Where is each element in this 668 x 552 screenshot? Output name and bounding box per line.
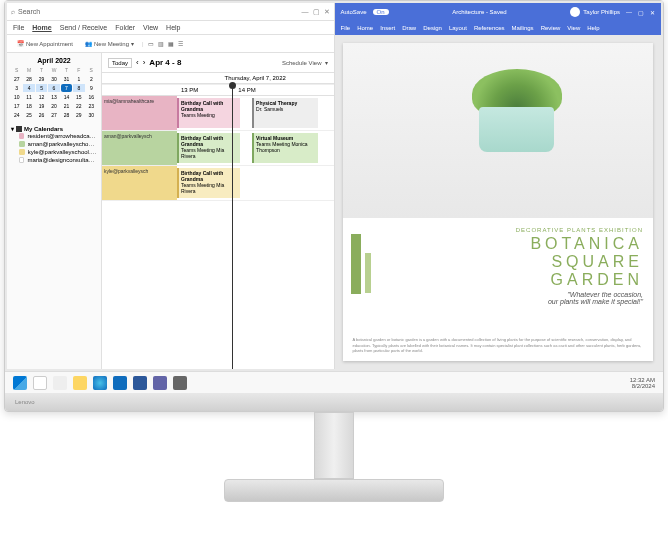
- date-range: Apr 4 - 8: [149, 58, 181, 67]
- outlook-icon[interactable]: [113, 376, 127, 390]
- autosave-toggle[interactable]: On: [373, 9, 389, 15]
- mini-calendar[interactable]: SMTWTFS272829303112345678910111213141516…: [11, 66, 97, 119]
- menu-file[interactable]: File: [13, 24, 24, 31]
- close-button[interactable]: ✕: [324, 8, 330, 16]
- teams-icon[interactable]: [153, 376, 167, 390]
- body-text: A botanical garden or botanic garden is …: [353, 337, 644, 353]
- ribbon-tab-help[interactable]: Help: [587, 25, 599, 31]
- week-view-icon[interactable]: ▥: [158, 40, 164, 47]
- new-meeting-button[interactable]: 👥 New Meeting ▾: [81, 38, 138, 49]
- ribbon-tab-draw[interactable]: Draw: [402, 25, 416, 31]
- schedule-view-label[interactable]: Schedule View: [282, 60, 322, 66]
- schedule-grid: Thursday, April 7, 2022 13 PM14 PM mia@l…: [102, 73, 334, 369]
- windows-taskbar: 12:32 AM 8/2/2024: [5, 371, 663, 393]
- calendar-list: ▾ My Calendars resident@arrowheadcare.co…: [11, 125, 97, 164]
- store-icon[interactable]: [173, 376, 187, 390]
- search-placeholder: Search: [18, 8, 40, 15]
- schedule-row: mia@lamnahealthcareBirthday Call with Gr…: [102, 96, 334, 131]
- avatar: [570, 7, 580, 17]
- schedule-row: aman@parkvalleyschBirthday Call with Gra…: [102, 131, 334, 166]
- calendar-event[interactable]: Physical TherapyDr. Samuels: [252, 98, 318, 128]
- ribbon-tab-review[interactable]: Review: [541, 25, 561, 31]
- calendar-event[interactable]: Virtual MuseumTeams Meeting Monica Thomp…: [252, 133, 318, 163]
- outlook-toolbar: 📅 New Appointment 👥 New Meeting ▾ | ▭ ▥ …: [7, 35, 334, 53]
- calendar-event[interactable]: Birthday Call with GrandmaTeams Meeting: [177, 98, 240, 128]
- search-icon[interactable]: [33, 376, 47, 390]
- current-time-line: [232, 85, 233, 369]
- doc-name[interactable]: Architecture - Saved: [395, 9, 565, 15]
- calendar-item[interactable]: aman@parkvalleyschool.edu: [11, 140, 97, 148]
- menu-sendreceive[interactable]: Send / Receive: [60, 24, 107, 31]
- chevron-down-icon: ▾: [325, 59, 328, 66]
- menu-view[interactable]: View: [143, 24, 158, 31]
- ribbon-tab-view[interactable]: View: [567, 25, 580, 31]
- schedule-view-icon[interactable]: ☰: [178, 40, 183, 47]
- word-ribbon: FileHomeInsertDrawDesignLayoutReferences…: [335, 21, 662, 35]
- menu-folder[interactable]: Folder: [115, 24, 135, 31]
- document-page[interactable]: DECORATIVE PLANTS EXHIBITION BOTANICASQU…: [343, 43, 654, 361]
- outlook-sidebar: April 2022 SMTWTFS2728293031123456789101…: [7, 53, 102, 369]
- outlook-menu: FileHomeSend / ReceiveFolderViewHelp: [7, 21, 334, 35]
- monitor-stand: [294, 412, 374, 502]
- calendar-event[interactable]: Birthday Call with GrandmaTeams Meeting …: [177, 133, 240, 163]
- maximize-button[interactable]: ▢: [638, 9, 644, 16]
- screen: ⌕ Search — ▢ ✕ FileHomeSend / ReceiveFol…: [5, 1, 663, 371]
- explorer-icon[interactable]: [73, 376, 87, 390]
- attendee-label[interactable]: kyle@parkvalleysch: [102, 166, 177, 200]
- task-view-icon[interactable]: [53, 376, 67, 390]
- accent-bar: [351, 234, 361, 294]
- user-account[interactable]: Taylor Phillips: [570, 7, 620, 17]
- monitor-bezel: Lenovo: [5, 393, 663, 411]
- today-button[interactable]: Today: [108, 58, 132, 68]
- outlook-main: Today ‹ › Apr 4 - 8 Schedule View ▾: [102, 53, 334, 369]
- calendar-item[interactable]: resident@arrowheadcare.com: [11, 132, 97, 140]
- minimize-button[interactable]: —: [302, 8, 309, 16]
- close-button[interactable]: ✕: [650, 9, 655, 16]
- ribbon-tab-file[interactable]: File: [341, 25, 351, 31]
- chevron-down-icon: ▾: [11, 125, 14, 132]
- monitor: ⌕ Search — ▢ ✕ FileHomeSend / ReceiveFol…: [4, 0, 664, 412]
- ribbon-tab-mailings[interactable]: Mailings: [512, 25, 534, 31]
- accent-bar-2: [365, 253, 371, 293]
- ribbon-tab-insert[interactable]: Insert: [380, 25, 395, 31]
- maximize-button[interactable]: ▢: [313, 8, 320, 16]
- system-tray-clock[interactable]: 12:32 AM 8/2/2024: [630, 377, 655, 389]
- menu-help[interactable]: Help: [166, 24, 180, 31]
- prev-button[interactable]: ‹: [136, 58, 139, 67]
- ribbon-tab-layout[interactable]: Layout: [449, 25, 467, 31]
- attendee-label[interactable]: aman@parkvalleysch: [102, 131, 177, 165]
- minimize-button[interactable]: —: [626, 9, 632, 15]
- ribbon-tab-home[interactable]: Home: [357, 25, 373, 31]
- my-calendars-header[interactable]: ▾ My Calendars: [11, 125, 97, 132]
- attendee-label[interactable]: mia@lamnahealthcare: [102, 96, 177, 130]
- brand-logo: Lenovo: [15, 399, 35, 405]
- calendar-event[interactable]: Birthday Call with GrandmaTeams Meeting …: [177, 168, 240, 198]
- word-canvas: DECORATIVE PLANTS EXHIBITION BOTANICASQU…: [335, 35, 662, 369]
- calendar-item[interactable]: maria@designconsultants.com: [11, 156, 97, 164]
- menu-home[interactable]: Home: [32, 24, 51, 31]
- date-nav: Today ‹ › Apr 4 - 8 Schedule View ▾: [102, 53, 334, 73]
- people-icon: 👥: [85, 40, 92, 47]
- month-view-icon[interactable]: ▦: [168, 40, 174, 47]
- title-block: DECORATIVE PLANTS EXHIBITION BOTANICASQU…: [516, 227, 643, 288]
- plant-photo: [467, 69, 567, 154]
- word-window: AutoSave On Architecture - Saved Taylor …: [335, 3, 662, 369]
- new-appointment-button[interactable]: 📅 New Appointment: [13, 38, 77, 49]
- mini-cal-month: April 2022: [11, 57, 97, 64]
- day-view-icon[interactable]: ▭: [148, 40, 154, 47]
- start-button[interactable]: [13, 376, 27, 390]
- day-header: Thursday, April 7, 2022: [177, 73, 334, 83]
- calendar-icon: 📅: [17, 40, 24, 47]
- ribbon-tab-references[interactable]: References: [474, 25, 505, 31]
- edge-icon[interactable]: [93, 376, 107, 390]
- outlook-window: ⌕ Search — ▢ ✕ FileHomeSend / ReceiveFol…: [7, 3, 335, 369]
- ribbon-tab-design[interactable]: Design: [423, 25, 442, 31]
- search-box[interactable]: ⌕ Search: [11, 8, 298, 15]
- schedule-row: kyle@parkvalleyschBirthday Call with Gra…: [102, 166, 334, 201]
- calendar-item[interactable]: kyle@parkvalleyschool.edu: [11, 148, 97, 156]
- word-titlebar: AutoSave On Architecture - Saved Taylor …: [335, 3, 662, 21]
- subtitle: DECORATIVE PLANTS EXHIBITION: [516, 227, 643, 233]
- word-icon[interactable]: [133, 376, 147, 390]
- next-button[interactable]: ›: [143, 58, 146, 67]
- window-controls: — ▢ ✕: [302, 8, 330, 16]
